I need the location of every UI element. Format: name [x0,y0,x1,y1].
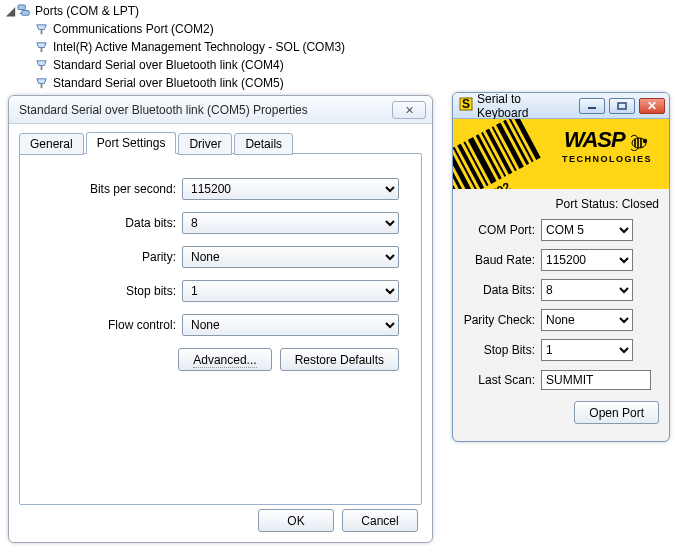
port-properties-dialog: Standard Serial over Bluetooth link (COM… [8,95,433,543]
open-port-button[interactable]: Open Port [574,401,659,424]
svg-rect-2 [41,29,43,34]
parity-select[interactable]: None [182,246,399,268]
tree-item[interactable]: Communications Port (COM2) [53,22,214,36]
tab-general[interactable]: General [19,133,84,155]
stopbits-select[interactable]: 1 [182,280,399,302]
serial-to-keyboard-window: S Serial to Keyboard ✕ 83808 1792 [452,92,670,442]
svg-rect-22 [485,128,512,174]
tab-bar: General Port Settings Driver Details [19,132,422,154]
tree-item[interactable]: Standard Serial over Bluetooth link (COM… [53,58,284,72]
baud-rate-select[interactable]: 115200 [541,249,633,271]
flow-label: Flow control: [42,318,182,332]
stk-titlebar[interactable]: S Serial to Keyboard ✕ [453,93,669,119]
close-icon[interactable]: ✕ [639,98,665,114]
advanced-button[interactable]: Advanced... [178,348,271,371]
close-icon[interactable]: ✕ [392,101,426,119]
parity-check-select[interactable]: None [541,309,633,331]
device-tree: ◢ Ports (COM & LPT) Communications Port … [4,2,345,92]
port-icon [34,40,49,55]
svg-rect-3 [41,47,43,52]
svg-rect-9 [618,103,626,109]
tab-driver[interactable]: Driver [178,133,232,155]
flowcontrol-select[interactable]: None [182,314,399,336]
svg-rect-4 [41,65,43,70]
svg-point-30 [643,139,647,143]
ok-button[interactable]: OK [258,509,334,532]
brand-sub: TECHNOLOGIES [549,154,665,164]
data-bits-select[interactable]: 8 [541,279,633,301]
databits-select[interactable]: 8 [182,212,399,234]
com-port-label: COM Port: [463,223,541,237]
last-scan-label: Last Scan: [463,373,541,387]
databits-label: Data bits: [42,216,182,230]
data-bits-label: Data Bits: [463,283,541,297]
stopbits-label: Stop bits: [42,284,182,298]
svg-rect-5 [41,83,43,88]
svg-rect-0 [18,4,26,9]
port-settings-panel: Bits per second: 115200 Data bits: 8 Par… [19,153,422,505]
stk-title: Serial to Keyboard [477,92,575,120]
port-icon [34,58,49,73]
dialog-titlebar[interactable]: Standard Serial over Bluetooth link (COM… [9,96,432,124]
brand-banner: 83808 1792 WASP TECHNOLOGIES [453,119,669,189]
brand-name: WASP [564,127,625,152]
port-icon [34,76,49,91]
com-port-select[interactable]: COM 5 [541,219,633,241]
svg-text:S: S [462,97,470,111]
bps-label: Bits per second: [42,182,182,196]
minimize-icon[interactable] [579,98,605,114]
parity-label: Parity: [42,250,182,264]
port-status-value: Closed [622,197,659,211]
dialog-title: Standard Serial over Bluetooth link (COM… [19,103,392,117]
app-icon: S [459,97,473,114]
tree-collapse-icon[interactable]: ◢ [4,4,16,18]
stop-bits-select[interactable]: 1 [541,339,633,361]
baud-rate-label: Baud Rate: [463,253,541,267]
svg-rect-1 [22,10,30,15]
parity-check-label: Parity Check: [463,313,541,327]
tab-details[interactable]: Details [234,133,293,155]
wasp-icon [628,133,650,154]
maximize-icon[interactable] [609,98,635,114]
stop-bits-label: Stop Bits: [463,343,541,357]
port-icon [34,22,49,37]
tree-item[interactable]: Intel(R) Active Management Technology - … [53,40,345,54]
port-status-label: Port Status: [556,197,619,211]
last-scan-input[interactable] [541,370,651,390]
bps-select[interactable]: 115200 [182,178,399,200]
tree-root-label[interactable]: Ports (COM & LPT) [35,4,139,18]
cancel-button[interactable]: Cancel [342,509,418,532]
tree-item[interactable]: Standard Serial over Bluetooth link (COM… [53,76,284,90]
tab-port-settings[interactable]: Port Settings [86,132,177,154]
ports-category-icon [16,4,31,19]
restore-defaults-button[interactable]: Restore Defaults [280,348,399,371]
